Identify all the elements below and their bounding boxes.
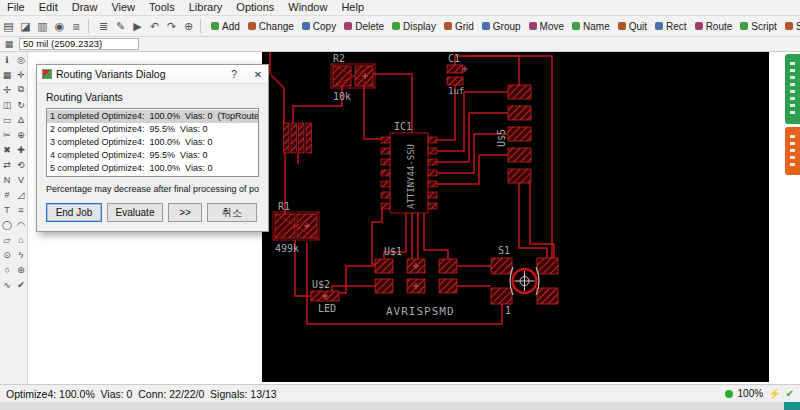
toolbar-delete-button[interactable]: Delete <box>340 19 388 34</box>
pcb-component-s1[interactable]: S1 1 <box>491 245 558 316</box>
print-icon[interactable]: ▥ <box>34 18 51 35</box>
toolbar-show-button[interactable]: Show <box>781 19 800 34</box>
pcb-component-r2[interactable]: R2 10k <box>331 53 375 102</box>
pcb-component-r1[interactable]: R1 499k <box>273 201 319 254</box>
forward-button[interactable]: >> <box>168 203 202 222</box>
tool-group-icon[interactable]: ▭ <box>0 112 14 127</box>
variant-row[interactable]: 1 completed Optimize4: 100.0% Vias: 0 (T… <box>47 110 258 123</box>
status-ok-icon <box>725 390 733 398</box>
tool-add-icon[interactable]: ✚ <box>14 142 28 157</box>
dialog-help-button[interactable]: ? <box>224 65 244 83</box>
tool-cut-icon[interactable]: ✂ <box>0 127 14 142</box>
pcb-component-u5[interactable]: U$5 <box>496 85 531 183</box>
menu-options[interactable]: Options <box>229 0 281 15</box>
grid-icon[interactable]: ▦ <box>2 38 16 50</box>
side-tab-orange[interactable] <box>785 127 800 175</box>
tool-display-icon[interactable]: ▦ <box>0 67 14 82</box>
pcb-component-u1[interactable]: U$1 AVRISPSMD <box>375 246 457 318</box>
tool-value-icon[interactable]: V <box>14 172 28 187</box>
pcb-left-connector[interactable] <box>284 123 312 153</box>
pcb-component-ic1[interactable]: IC1 ATTINY44-SSU <box>381 121 437 213</box>
toolbar-group-button[interactable]: Group <box>478 19 525 34</box>
menu-edit[interactable]: Edit <box>32 0 65 15</box>
tool-ratsnest-icon[interactable]: ⊛ <box>14 262 28 277</box>
cancel-button[interactable]: 취소 <box>207 203 257 222</box>
pcb-drawing[interactable]: R2 10k C1 1uf U$5 <box>262 52 769 382</box>
tool-signal-icon[interactable]: ϟ <box>14 247 28 262</box>
tool-smash-icon[interactable]: # <box>0 187 14 202</box>
menu-window[interactable]: Window <box>281 0 334 15</box>
menu-file[interactable]: File <box>0 0 32 15</box>
coordinate-display: 50 mil (2509.2323) <box>19 38 139 50</box>
menu-help[interactable]: Help <box>334 0 371 15</box>
toolbar-change-button[interactable]: Change <box>244 19 298 34</box>
end-job-button[interactable]: End Job <box>46 203 102 222</box>
open-icon[interactable]: ▤ <box>0 18 17 35</box>
routing-variants-list[interactable]: 1 completed Optimize4: 100.0% Vias: 0 (T… <box>46 108 259 177</box>
undo-icon[interactable]: ↶ <box>146 18 163 35</box>
check-icon: ✔ <box>786 388 794 399</box>
tool-circle-icon[interactable]: ◯ <box>0 217 14 232</box>
evaluate-button[interactable]: Evaluate <box>107 203 163 222</box>
menu-library[interactable]: Library <box>182 0 230 15</box>
toolbar-script-button[interactable]: Script <box>736 19 781 34</box>
script-icon[interactable]: ✎ <box>112 18 129 35</box>
dialog-title-bar[interactable]: Routing Variants Dialog ? ✕ <box>37 65 268 84</box>
tool-paste-icon[interactable]: ⊕ <box>14 127 28 142</box>
library-icon[interactable]: ≣ <box>95 18 112 35</box>
redo-icon[interactable]: ↷ <box>163 18 180 35</box>
toolbar-rect-button[interactable]: Rect <box>651 19 691 34</box>
tool-mark-icon[interactable]: ✛ <box>14 67 28 82</box>
toolbar-route-button[interactable]: Route <box>691 19 737 34</box>
dialog-icon <box>42 69 52 79</box>
pcb-component-u2[interactable]: U$2 LED <box>311 279 339 314</box>
tool-text-icon[interactable]: T <box>0 202 14 217</box>
zoom-in-icon[interactable]: ⊕ <box>180 18 197 35</box>
tool-drc-icon[interactable]: ✔ <box>14 277 28 292</box>
menu-view[interactable]: View <box>104 0 142 15</box>
toolbar-grid-button[interactable]: Grid <box>440 19 478 34</box>
variant-row[interactable]: 5 completed Optimize4: 100.0% Vias: 0 <box>47 162 258 175</box>
pcb-board-area[interactable]: R2 10k C1 1uf U$5 <box>262 52 769 382</box>
toolbar-move-button[interactable]: Move <box>525 19 568 34</box>
tool-name-icon[interactable]: N <box>0 172 14 187</box>
tool-info-icon[interactable]: ℹ <box>0 52 14 67</box>
tool-eye-icon[interactable]: ◎ <box>14 52 28 67</box>
show-command-icon <box>785 22 793 30</box>
tool-via-icon[interactable]: ⊙ <box>0 247 14 262</box>
menu-draw[interactable]: Draw <box>65 0 105 15</box>
tool-pinswap-icon[interactable]: ⇄ <box>0 157 14 172</box>
run-icon[interactable]: ▶ <box>129 18 146 35</box>
tool-move-icon[interactable]: ✢ <box>0 82 14 97</box>
tool-rect-icon[interactable]: ▱ <box>0 232 14 247</box>
toolbar-add-button[interactable]: Add <box>207 19 244 34</box>
pcb-component-c1[interactable]: C1 1uf <box>447 53 468 96</box>
board-icon[interactable]: ⧈ <box>68 18 85 35</box>
tool-mirror-icon[interactable]: ◫ <box>0 97 14 112</box>
route-command-icon <box>695 22 703 30</box>
tool-hole-icon[interactable]: ○ <box>0 262 14 277</box>
variant-row[interactable]: 4 completed Optimize4: 95.5% Vias: 0 <box>47 149 258 162</box>
cam-icon[interactable]: ◉ <box>51 18 68 35</box>
side-tab-green[interactable] <box>785 54 800 124</box>
tool-miter-icon[interactable]: ◿ <box>14 187 28 202</box>
menu-tools[interactable]: Tools <box>142 0 182 15</box>
toolbar-copy-button[interactable]: Copy <box>298 19 340 34</box>
toolbar-name-button[interactable]: Name <box>568 19 614 34</box>
tool-polygon-icon[interactable]: ⌂ <box>14 232 28 247</box>
save-icon[interactable]: ◪ <box>17 18 34 35</box>
tool-arc-icon[interactable]: ◠ <box>14 217 28 232</box>
tool-replace-icon[interactable]: ⟲ <box>14 157 28 172</box>
tool-rotate-icon[interactable]: ↻ <box>14 97 28 112</box>
variant-row[interactable]: 2 completed Optimize4: 95.5% Vias: 0 <box>47 123 258 136</box>
menu-bar: File Edit Draw View Tools Library Option… <box>0 0 800 16</box>
tool-copy-icon[interactable]: ⧉ <box>14 82 28 97</box>
tool-change-icon[interactable]: Δ <box>14 112 28 127</box>
tool-array-icon[interactable]: ≡ <box>14 202 28 217</box>
tool-delete-icon[interactable]: ✖ <box>0 142 14 157</box>
tool-meander-icon[interactable]: ∿ <box>0 277 14 292</box>
variant-row[interactable]: 3 completed Optimize4: 100.0% Vias: 0 <box>47 136 258 149</box>
toolbar-quit-button[interactable]: Quit <box>614 19 651 34</box>
dialog-close-button[interactable]: ✕ <box>248 65 268 83</box>
toolbar-display-button[interactable]: Display <box>388 19 440 34</box>
